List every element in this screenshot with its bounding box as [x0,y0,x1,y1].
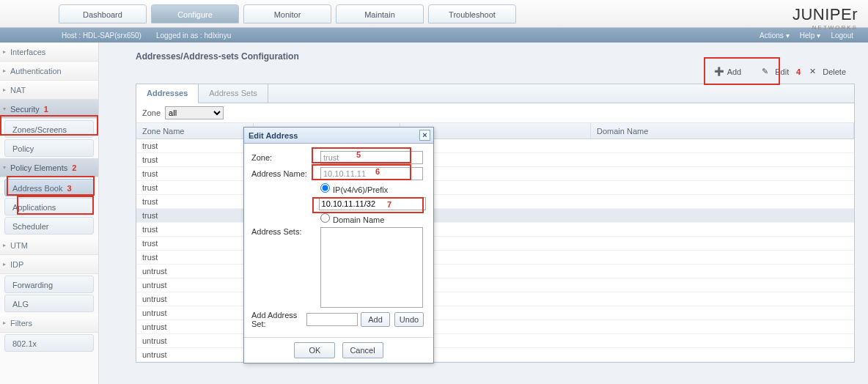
annotation-6: 6 [375,167,380,176]
sidebar-sec-idp[interactable]: IDP [0,255,98,274]
sidebar-sec-authentication[interactable]: Authentication [0,62,98,81]
cell-zone: untrust [136,265,254,278]
sidebar-sec-interfaces[interactable]: Interfaces [0,43,98,62]
zone-filter-row: Zone all [136,103,854,123]
address-sets-label: Address Sets: [251,227,320,236]
top-tab-configure[interactable]: Configure [151,4,239,23]
zone-label: Zone: [251,153,320,162]
chevron-down-icon: ▾ [786,32,790,40]
sidebar-sec-security[interactable]: Security1 [0,100,98,119]
col-zone-name: Zone Name [136,123,254,139]
host-label: Host : HDL-SAP(srx650) [62,32,141,40]
cell-zone: trust [136,251,254,264]
add-set-button[interactable]: Add [361,312,390,327]
sidebar-sub-address-book[interactable]: Address Book3 [4,179,94,196]
cell-zone: trust [136,209,254,222]
cell-zone: untrust [136,278,254,292]
add-button[interactable]: ➕Add [707,63,749,81]
cell-zone: trust [136,139,254,152]
login-label: Logged in as : hdlxinyu [156,32,231,40]
edit-button[interactable]: ✎Edit [754,63,796,81]
content-area: Addresses/Address-sets Configuration 4 ➕… [99,43,868,384]
edit-icon: ✎ [762,67,772,77]
juniper-logo: JUNIPEr NETWORKS [755,3,858,32]
sidebar-sub-policy[interactable]: Policy [4,139,94,157]
add-address-set-input[interactable] [306,313,358,326]
sidebar-sub-alg[interactable]: ALG [4,295,94,312]
cell-zone: untrust [136,334,254,347]
cell-zone: untrust [136,306,254,320]
sidebar: InterfacesAuthenticationNATSecurity1Zone… [0,43,99,384]
logout-link[interactable]: Logout [831,32,853,40]
cell-zone: trust [136,167,254,180]
sidebar-sec-nat[interactable]: NAT [0,81,98,100]
help-menu[interactable]: Help ▾ [800,32,821,40]
sidebar-sub-applications[interactable]: Applications [4,198,94,215]
edit-address-dialog: Edit Address × Zone: Address Name: IP(v4… [243,127,434,363]
cell-zone: trust [136,195,254,208]
domain-name-radio[interactable]: Domain Name [320,213,384,224]
toolbar: 4 ➕Add ✎Edit ✕Delete [707,63,853,81]
cell-zone: untrust [136,348,254,361]
ip-prefix-input[interactable] [319,197,426,210]
top-tab-troubleshoot[interactable]: Troubleshoot [428,4,516,23]
cell-zone: untrust [136,292,254,306]
zone-filter-label: Zone [142,108,161,117]
page-title: Addresses/Address-sets Configuration [136,51,855,62]
annotation-2: 2 [72,163,76,172]
address-name-label: Address Name: [251,169,320,178]
zone-filter-select[interactable]: all [165,106,224,119]
sidebar-sub-802-1x[interactable]: 802.1x [4,334,94,352]
add-icon: ➕ [714,67,724,77]
col-domain-name: Domain Name [591,123,854,139]
sidebar-sec-filters[interactable]: Filters [0,314,98,333]
panel-tab-addresses[interactable]: Addresses [136,84,199,103]
sidebar-sec-policy-elements[interactable]: Policy Elements2 [0,158,98,177]
delete-icon: ✕ [809,67,820,77]
panel-tab-address-sets[interactable]: Address Sets [199,84,268,103]
dialog-title-bar[interactable]: Edit Address × [244,128,433,144]
domain-name-radio-input[interactable] [320,213,330,223]
sidebar-sub-scheduler[interactable]: Scheduler [4,217,94,235]
address-sets-list[interactable] [320,227,423,308]
annotation-1: 1 [44,105,48,114]
close-icon[interactable]: × [419,130,430,141]
sidebar-sec-utm[interactable]: UTM [0,236,98,255]
address-name-input[interactable] [320,167,423,180]
zone-input[interactable] [320,151,423,164]
sub-bar: Host : HDL-SAP(srx650) Logged in as : hd… [0,28,868,43]
annotation-7: 7 [387,200,391,209]
annotation-5: 5 [356,150,361,159]
chevron-down-icon: ▾ [817,32,820,40]
annotation-4: 4 [796,67,801,76]
sidebar-sub-zones-screens[interactable]: Zones/Screens [4,120,94,138]
top-tab-bar: DashboardConfigureMonitorMaintainTrouble… [0,0,868,28]
delete-button[interactable]: ✕Delete [802,63,853,81]
ip-prefix-radio-input[interactable] [320,183,330,193]
add-address-set-label: Add Address Set: [251,311,306,328]
cell-zone: trust [136,237,254,250]
cell-zone: trust [136,223,254,236]
undo-button[interactable]: Undo [394,312,424,327]
cell-zone: trust [136,153,254,166]
ok-button[interactable]: OK [294,342,335,358]
top-tab-maintain[interactable]: Maintain [336,4,424,23]
panel-tabs: AddressesAddress Sets [136,84,854,103]
top-tab-dashboard[interactable]: Dashboard [59,4,147,23]
cancel-button[interactable]: Cancel [342,342,383,358]
cell-zone: untrust [136,320,254,333]
cell-zone: trust [136,181,254,194]
actions-menu[interactable]: Actions ▾ [760,32,790,40]
annotation-3: 3 [67,184,71,193]
sidebar-sub-forwarding[interactable]: Forwarding [4,276,94,293]
top-tab-monitor[interactable]: Monitor [243,4,331,23]
ip-prefix-radio[interactable]: IP(v4/v6)/Prefix [320,183,388,194]
